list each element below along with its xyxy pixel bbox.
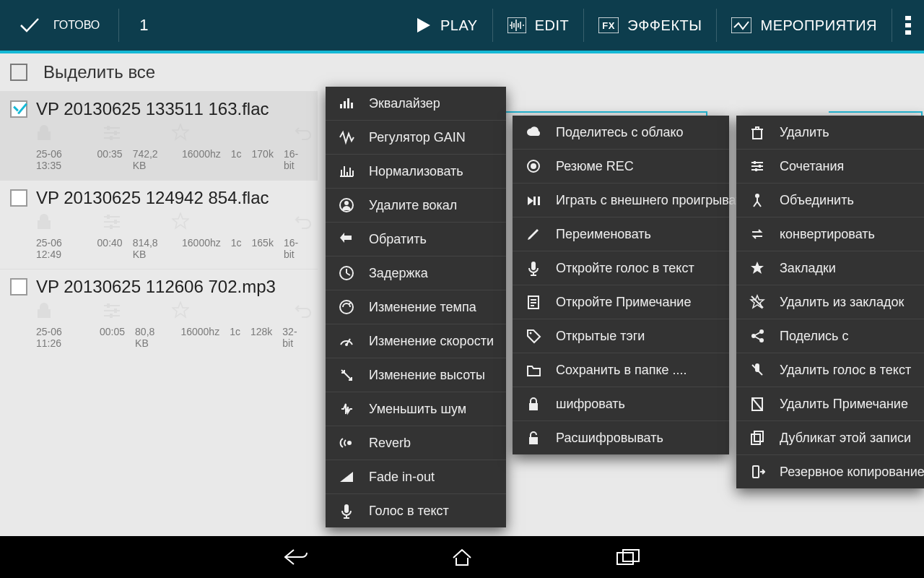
waveform-icon bbox=[507, 17, 526, 33]
undo-icon[interactable] bbox=[295, 126, 312, 144]
svg-rect-7 bbox=[107, 126, 110, 130]
menu-item[interactable]: Удалите вокал bbox=[326, 189, 506, 223]
svg-point-25 bbox=[347, 441, 352, 445]
back-button[interactable] bbox=[282, 546, 310, 568]
svg-point-23 bbox=[340, 301, 353, 314]
svg-rect-14 bbox=[114, 309, 117, 313]
menu-item-label: Изменение темпа bbox=[369, 300, 476, 315]
lock-icon bbox=[36, 213, 52, 229]
menu-item[interactable]: Поделитесь с облако bbox=[513, 116, 729, 150]
menu-item[interactable]: Обратить bbox=[326, 223, 506, 256]
menu-item[interactable]: Нормализовать bbox=[326, 155, 506, 189]
overflow-button[interactable] bbox=[892, 0, 924, 51]
svg-rect-18 bbox=[347, 98, 349, 108]
menu-item-label: Сохранить в папке .... bbox=[556, 363, 687, 378]
conv-icon bbox=[749, 226, 765, 242]
more-menu: УдалитьСочетанияОбъединитьконвертировать… bbox=[736, 116, 924, 488]
tag-icon bbox=[526, 328, 541, 344]
svg-point-21 bbox=[344, 201, 349, 205]
menu-item[interactable]: Закладки bbox=[736, 251, 924, 285]
menu-item-label: Объединить bbox=[780, 193, 854, 208]
menu-item[interactable]: Эквалайзер bbox=[326, 87, 506, 121]
menu-item[interactable]: Дубликат этой записи bbox=[736, 421, 924, 455]
menu-item-label: Изменение высоты bbox=[369, 368, 485, 383]
select-all-checkbox[interactable] bbox=[10, 64, 27, 81]
sliders-icon bbox=[103, 213, 121, 229]
list-item[interactable]: VP 20130625 133511 163.flac 25-06 13:350… bbox=[0, 91, 318, 180]
list-item[interactable]: VP 20130625 112606 702.mp3 25-06 11:2600… bbox=[0, 269, 318, 358]
events-label: МЕРОПРИЯТИЯ bbox=[760, 17, 877, 34]
menu-item[interactable]: Откройте голос в текст bbox=[513, 251, 729, 285]
norm-icon bbox=[339, 163, 354, 179]
item-checkbox[interactable] bbox=[10, 278, 27, 296]
vtt-icon bbox=[339, 503, 354, 519]
overflow-icon bbox=[905, 14, 911, 36]
menu-item[interactable]: Голос в текст bbox=[326, 494, 506, 527]
menu-item[interactable]: Поделись с bbox=[736, 319, 924, 353]
item-title: VP 20130625 124942 854.flac bbox=[36, 188, 269, 208]
edit-label: EDIT bbox=[535, 17, 570, 34]
menu-item-label: Дубликат этой записи bbox=[780, 431, 911, 446]
menu-item-label: Удалить Примечание bbox=[780, 397, 908, 412]
fade-icon bbox=[339, 469, 354, 485]
speed-icon bbox=[339, 333, 354, 349]
menu-item[interactable]: Открытые тэги bbox=[513, 319, 729, 353]
menu-item[interactable]: Расшифровывать bbox=[513, 421, 729, 454]
edit-button[interactable]: EDIT bbox=[493, 0, 584, 51]
menu-item[interactable]: Fade in-out bbox=[326, 460, 506, 494]
menu-item[interactable]: Задержка bbox=[326, 256, 506, 290]
menu-item[interactable]: шифровать bbox=[513, 387, 729, 421]
menu-item-label: Эквалайзер bbox=[369, 96, 440, 111]
undo-icon[interactable] bbox=[295, 215, 312, 233]
recent-button[interactable] bbox=[614, 546, 642, 568]
menu-item[interactable]: Изменение темпа bbox=[326, 290, 506, 324]
svg-rect-4 bbox=[905, 16, 911, 20]
select-all-label: Выделить все bbox=[43, 62, 155, 82]
play-button[interactable]: PLAY bbox=[401, 0, 492, 51]
list-item[interactable]: VP 20130625 124942 854.flac 25-06 12:490… bbox=[0, 180, 318, 269]
menu-item-label: Fade in-out bbox=[369, 470, 435, 485]
menu-item[interactable]: Откройте Примечание bbox=[513, 285, 729, 319]
lock-icon bbox=[526, 396, 541, 412]
home-button[interactable] bbox=[448, 546, 476, 568]
menu-item[interactable]: Резервное копирование на обла bbox=[736, 455, 924, 488]
unstar-icon bbox=[749, 294, 765, 310]
fx-button[interactable]: FX ЭФФЕКТЫ bbox=[584, 0, 716, 51]
menu-item-label: Удалить из закладок bbox=[780, 295, 904, 310]
svg-rect-10 bbox=[107, 215, 110, 219]
events-button[interactable]: МЕРОПРИЯТИЯ bbox=[717, 0, 892, 51]
share-icon bbox=[749, 328, 765, 344]
menu-item[interactable]: конвертировать bbox=[736, 217, 924, 251]
play-label: PLAY bbox=[440, 17, 478, 34]
menu-item[interactable]: Уменьшить шум bbox=[326, 392, 506, 426]
menu-item-label: конвертировать bbox=[780, 227, 875, 242]
svg-rect-6 bbox=[905, 30, 911, 35]
menu-item[interactable]: Резюме REC bbox=[513, 150, 729, 184]
item-checkbox[interactable] bbox=[10, 189, 27, 207]
menu-item[interactable]: Сохранить в папке .... bbox=[513, 353, 729, 387]
menu-item[interactable]: Удалить голос в текст bbox=[736, 353, 924, 387]
menu-item[interactable]: Reverb bbox=[326, 426, 506, 460]
done-button[interactable]: ГОТОВО bbox=[0, 0, 118, 51]
item-checkbox[interactable] bbox=[10, 100, 27, 118]
menu-item[interactable]: Объединить bbox=[736, 184, 924, 217]
menu-item[interactable]: Переименовать bbox=[513, 217, 729, 251]
menu-item[interactable]: Изменение скорости bbox=[326, 324, 506, 358]
lock-icon bbox=[36, 302, 52, 318]
cloud-icon bbox=[526, 124, 541, 140]
menu-item[interactable]: Регулятор GAIN bbox=[326, 121, 506, 155]
select-all-row[interactable]: Выделить все bbox=[0, 53, 924, 91]
selection-count: 1 bbox=[119, 0, 168, 51]
menu-item[interactable]: Играть с внешнего проигрывателя bbox=[513, 184, 729, 217]
menu-item[interactable]: Сочетания bbox=[736, 150, 924, 184]
menu-item[interactable]: Изменение высоты bbox=[326, 358, 506, 392]
menu-item[interactable]: Удалить из закладок bbox=[736, 285, 924, 319]
svg-rect-11 bbox=[114, 220, 117, 224]
svg-rect-19 bbox=[351, 103, 353, 108]
folder-icon bbox=[526, 362, 541, 378]
menu-item[interactable]: Удалить bbox=[736, 116, 924, 150]
menu-item-label: Откройте голос в текст bbox=[556, 261, 694, 276]
menu-item[interactable]: Удалить Примечание bbox=[736, 387, 924, 421]
lock-icon bbox=[36, 124, 52, 140]
undo-icon[interactable] bbox=[295, 304, 312, 322]
